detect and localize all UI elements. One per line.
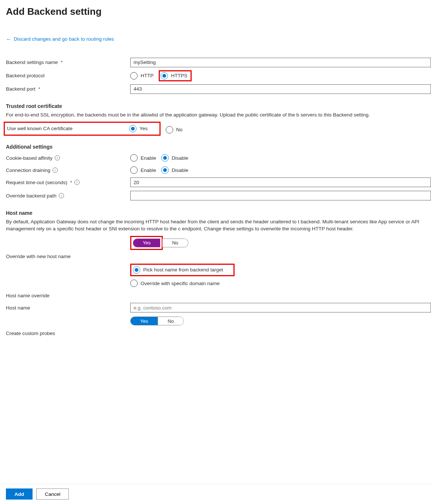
port-label: Backend port* <box>6 86 130 92</box>
cookie-label: Cookie-based affinity i <box>6 155 130 161</box>
probes-yes[interactable]: Yes <box>131 317 158 325</box>
override-yes[interactable]: Yes <box>133 239 160 247</box>
probes-no[interactable]: No <box>158 317 183 325</box>
protocol-https-radio[interactable]: HTTPS <box>161 72 187 80</box>
ca-yes-radio[interactable]: Yes <box>129 125 148 132</box>
timeout-input[interactable] <box>130 177 431 187</box>
hostname-desc: By default, Application Gateway does not… <box>6 218 431 233</box>
override-path-input[interactable] <box>130 191 431 200</box>
protocol-http-radio[interactable]: HTTP <box>130 72 154 80</box>
specific-host-radio[interactable]: Override with specific domain name <box>130 280 220 287</box>
info-icon[interactable]: i <box>55 155 60 160</box>
drain-disable-radio[interactable]: Disable <box>161 166 188 174</box>
cookie-enable-radio[interactable]: Enable <box>130 154 156 162</box>
ca-label: Use well known CA certificate <box>7 126 129 131</box>
override-toggle[interactable]: Yes <box>133 239 160 247</box>
port-input[interactable] <box>130 84 431 94</box>
timeout-label: Request time-out (seconds)* i <box>6 180 130 185</box>
probes-label: Create custom probes <box>6 331 130 336</box>
override-no[interactable]: No <box>162 239 188 247</box>
back-link-text: Discard changes and go back to routing r… <box>14 36 114 42</box>
highlight-https: HTTPS <box>159 70 191 81</box>
settings-name-input[interactable] <box>130 58 431 67</box>
back-link[interactable]: ← Discard changes and go back to routing… <box>6 36 114 42</box>
hostname-title: Host name <box>6 210 431 216</box>
trusted-desc: For end-to-end SSL encryption, the backe… <box>6 111 431 119</box>
highlight-pick-option: Pick host name from backend target <box>130 264 235 276</box>
probes-toggle[interactable]: Yes No <box>130 317 184 325</box>
drain-enable-radio[interactable]: Enable <box>130 166 156 174</box>
additional-title: Additional settings <box>6 144 431 150</box>
settings-name-label: Backend settings name* <box>6 60 130 65</box>
host-input <box>130 303 431 312</box>
host-override-label: Host name override <box>6 293 130 298</box>
info-icon[interactable]: i <box>53 168 58 173</box>
arrow-left-icon: ← <box>6 36 11 42</box>
highlight-ca-row: Use well known CA certificate Yes <box>4 122 161 136</box>
info-icon[interactable]: i <box>74 180 80 185</box>
cookie-disable-radio[interactable]: Disable <box>161 154 188 162</box>
ca-no-radio[interactable]: No <box>166 126 182 133</box>
page-title: Add Backend setting <box>6 6 431 17</box>
override-newhost-label: Override with new host name <box>6 254 130 259</box>
host-label: Host name <box>6 305 130 311</box>
trusted-title: Trusted root certificate <box>6 103 431 109</box>
override-path-label: Override backend path i <box>6 193 130 199</box>
protocol-label: Backend protocol <box>6 73 130 78</box>
info-icon[interactable]: i <box>59 193 64 198</box>
drain-label: Connection draining i <box>6 168 130 173</box>
pick-host-radio[interactable]: Pick host name from backend target <box>133 266 223 274</box>
highlight-override-toggle: Yes <box>130 236 163 250</box>
